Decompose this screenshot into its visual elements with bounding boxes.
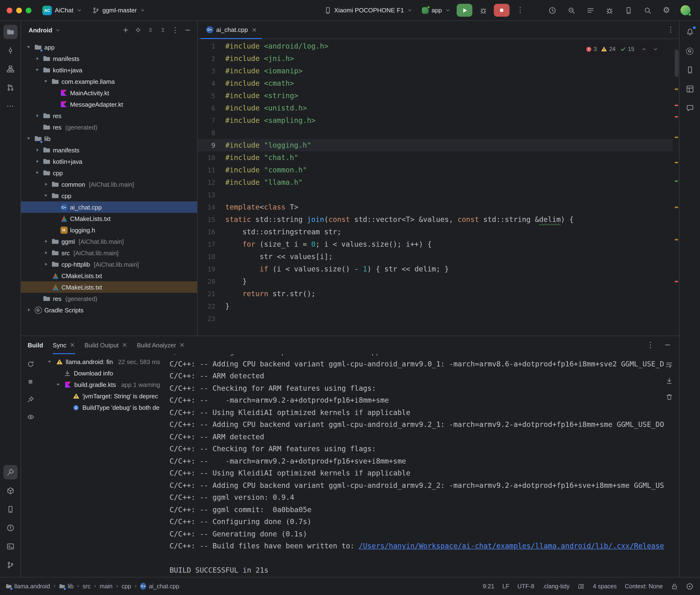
editor-options-button[interactable]: ⋮ [667, 26, 674, 33]
more-tools-button[interactable]: ⋯ [3, 99, 18, 113]
terminal-tool-button[interactable] [3, 539, 18, 554]
close-window-button[interactable] [7, 7, 12, 13]
hide-panel-button[interactable]: − [182, 24, 193, 36]
breadcrumb-src[interactable]: src [83, 583, 90, 590]
run-button[interactable] [456, 4, 472, 17]
more-options-button[interactable]: ⋮ [170, 24, 181, 36]
settings-button[interactable]: ⚙ [659, 4, 674, 17]
tree-down-arrow-icon[interactable] [47, 359, 53, 365]
build-tree-row-download-info[interactable]: Download info [40, 367, 170, 379]
packages-tool-button[interactable] [3, 484, 18, 498]
code-line-20[interactable]: 20 } [198, 275, 673, 288]
indent-size[interactable]: 4 spaces [593, 583, 617, 590]
code-line-16[interactable]: 16 std::ostringstream str; [198, 226, 673, 238]
code-line-8[interactable]: 8 [198, 127, 673, 139]
app-inspection-button[interactable] [563, 4, 579, 17]
close-tab-icon[interactable]: × [70, 342, 75, 348]
build-tab-sync[interactable]: Sync× [53, 336, 75, 354]
tree-row-messageadapter-kt[interactable]: MessageAdapter.kt [21, 98, 197, 110]
expand-all-button[interactable] [145, 24, 156, 36]
inspection-ok-badge[interactable]: 15 [620, 43, 634, 55]
console-line-17[interactable]: C/C++: -- Build files have been written … [170, 540, 679, 552]
code-line-21[interactable]: 21 return str.str(); [198, 288, 673, 300]
breadcrumb-llama-android[interactable]: llama.android [6, 583, 50, 590]
tree-row-res[interactable]: res [21, 110, 197, 121]
project-view-selector[interactable]: Android [27, 26, 63, 34]
tree-row-kotlin-java[interactable]: kotlin+java [21, 156, 197, 167]
tree-down-arrow-icon[interactable] [55, 381, 61, 388]
run-configuration-selector[interactable]: app [419, 5, 454, 16]
tree-right-arrow-icon[interactable] [43, 238, 49, 245]
tree-row-cmakelists-txt[interactable]: CMakeLists.txt [21, 281, 197, 293]
profiler-button[interactable] [544, 4, 560, 17]
console-line-19[interactable]: BUILD SUCCESSFUL in 21s [170, 565, 679, 577]
version-control-tool-button[interactable] [3, 558, 18, 572]
code-line-7[interactable]: 7#include <sampling.h> [198, 114, 673, 127]
console-line-2[interactable]: C/C++: -- Adding CPU backend variant ggm… [170, 358, 679, 370]
device-mirror-button[interactable] [620, 4, 636, 17]
code-line-17[interactable]: 17 for (size_t i = 0; i < values.size();… [198, 238, 673, 251]
tree-row-lib[interactable]: lib [21, 133, 197, 144]
build-tree-row-buildtype-debug-is-both-de[interactable]: BuildType 'debug' is both de [40, 402, 170, 413]
next-problem-button[interactable] [651, 45, 660, 53]
tree-row-res[interactable]: res(generated) [21, 121, 197, 133]
console-line-5[interactable]: C/C++: -- -march=armv9.2-a+dotprod+fp16+… [170, 395, 679, 407]
code-line-14[interactable]: 14template<class T> [198, 201, 673, 213]
code-line-5[interactable]: 5#include <string> [198, 89, 673, 102]
project-tool-button[interactable] [3, 25, 18, 39]
tree-row-gradle-scripts[interactable]: GGradle Scripts [21, 304, 197, 316]
debug-button[interactable] [475, 4, 491, 17]
previous-problem-button[interactable] [640, 45, 648, 53]
console-line-10[interactable]: C/C++: -- -march=armv9.2-a+dotprod+fp16+… [170, 455, 679, 468]
code-line-6[interactable]: 6#include <unistd.h> [198, 102, 673, 114]
build-panel-title[interactable]: Build [28, 341, 43, 348]
user-menu-button[interactable] [678, 4, 693, 17]
inspection-highlight-widget[interactable] [686, 583, 693, 590]
line-separator[interactable]: LF [502, 583, 509, 590]
build-tab-build-analyzer[interactable]: Build Analyzer× [137, 336, 185, 354]
build-console[interactable]: C/C++: -- Using KleidiAI optimized kerne… [170, 354, 679, 577]
code-line-11[interactable]: 11#include "common.h" [198, 164, 673, 176]
console-line-18[interactable] [170, 552, 679, 565]
code-area[interactable]: 1#include <android/log.h>2#include <jni.… [198, 39, 679, 336]
build-output-path-link[interactable]: /Users/hanyin/Workspace/ai-chat/examples… [359, 542, 664, 550]
inspection-error-badge[interactable]: 3 [585, 43, 597, 55]
locate-file-button[interactable] [133, 24, 144, 36]
console-line-4[interactable]: C/C++: -- Checking for ARM features usin… [170, 382, 679, 395]
assistant-tool-button[interactable] [682, 101, 697, 115]
pull-requests-tool-button[interactable] [3, 81, 18, 95]
tree-right-arrow-icon[interactable] [34, 113, 40, 119]
breadcrumb-ai-chat-cpp[interactable]: C+ai_chat.cpp [140, 583, 179, 590]
build-tree-row-llama-android-fin[interactable]: llama.android: fin22 sec, 583 ms [40, 356, 170, 367]
tree-down-arrow-icon[interactable] [34, 67, 40, 73]
structure-tool-button[interactable] [3, 62, 18, 76]
console-line-11[interactable]: C/C++: -- Using KleidiAI optimized kerne… [170, 468, 679, 480]
breadcrumb-main[interactable]: main [100, 583, 112, 590]
breadcrumb-cpp[interactable]: cpp [121, 583, 131, 590]
console-line-3[interactable]: C/C++: -- ARM detected [170, 370, 679, 382]
add-button[interactable]: + [120, 24, 132, 36]
code-line-22[interactable]: 22} [198, 300, 673, 312]
filter-messages-button[interactable] [24, 411, 37, 423]
build-tree-row-jvmtarget-string-is-deprec[interactable]: 'jvmTarget: String' is deprec [40, 390, 170, 402]
console-line-13[interactable]: C/C++: -- ggml version: 0.9.4 [170, 492, 679, 504]
close-tab-icon[interactable]: × [122, 342, 127, 348]
search-everywhere-button[interactable] [640, 4, 655, 17]
zoom-window-button[interactable] [26, 7, 31, 13]
console-line-8[interactable]: C/C++: -- ARM detected [170, 431, 679, 443]
clear-all-button[interactable] [663, 391, 675, 403]
attach-debugger-button[interactable] [601, 4, 617, 17]
inspections-widget[interactable]: 32415 [583, 42, 662, 56]
close-tab-icon[interactable]: × [179, 342, 185, 348]
tree-down-arrow-icon[interactable] [26, 44, 32, 50]
tree-row-manifests[interactable]: manifests [21, 53, 197, 64]
code-line-12[interactable]: 12#include "llama.h" [198, 176, 673, 189]
error-stripe[interactable] [673, 39, 679, 336]
build-tab-build-output[interactable]: Build Output× [85, 336, 127, 354]
collapse-all-button[interactable] [157, 24, 169, 36]
breadcrumb-lib[interactable]: lib [59, 583, 74, 590]
tree-row-kotlin-java[interactable]: kotlin+java [21, 64, 197, 76]
hide-build-panel-button[interactable]: − [662, 340, 673, 351]
project-widget[interactable]: AC AiChat [39, 4, 85, 17]
file-encoding[interactable]: UTF-8 [517, 583, 534, 590]
